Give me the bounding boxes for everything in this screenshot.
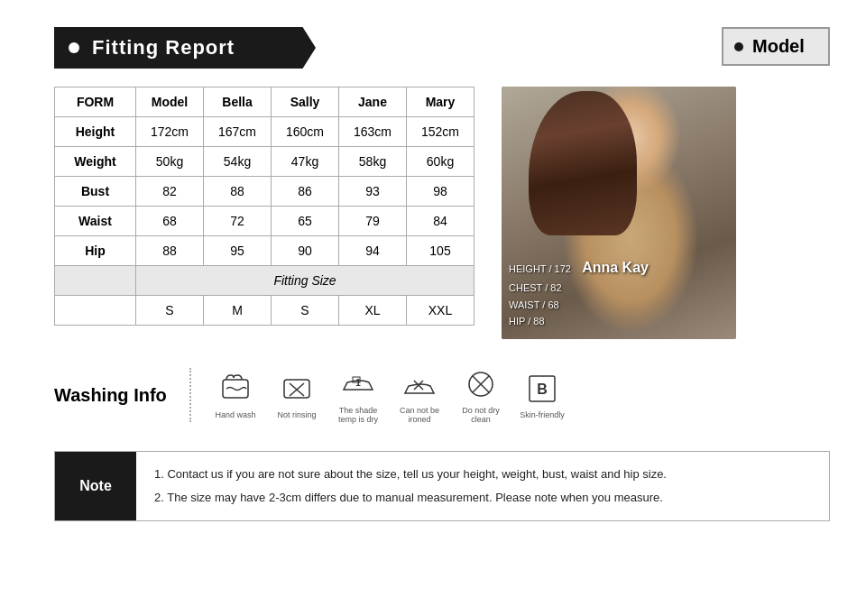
wash-icon-label-4: Do not dry clean [455,406,507,424]
waist-value: 68 [548,299,558,310]
dotted-divider [189,368,191,422]
row-label: Hip [55,236,136,266]
table-cell: 152cm [407,117,474,147]
table-cell: 94 [339,236,407,266]
wash-icon-0: Hand wash [209,371,262,419]
wash-icon-symbol-1 [277,371,317,407]
row-label: Bust [55,177,136,207]
fitting-report-title: Fitting Report [92,36,235,60]
note-label: Note [55,452,136,520]
size-cell: XXL [407,296,474,326]
table-col-header: Jane [339,87,407,117]
waist-label: WAIST / [509,299,545,310]
table-cell: 68 [136,207,204,236]
note-line-1: 2. The size may have 2-3cm differs due t… [154,486,667,510]
model-photo: HEIGHT / 172 Anna Kay CHEST / 82 WAIST /… [502,87,736,339]
wash-icon-4: Do not dry clean [455,366,507,424]
row-label: Height [55,117,136,147]
svg-text:1: 1 [355,378,361,388]
wash-icon-symbol-4 [461,366,501,402]
model-section: HEIGHT / 172 Anna Kay CHEST / 82 WAIST /… [502,87,736,339]
size-cell: M [204,296,272,326]
table-row: Bust8288869398 [55,177,474,207]
wash-icon-3: Can not be ironed [393,366,446,424]
wash-icon-label-0: Hand wash [215,410,255,419]
washing-section: Washing Info Hand wash Not rinsing 1 The… [0,339,866,442]
svg-text:B: B [537,382,548,397]
table-col-header: Bella [204,87,272,117]
table-row: Weight50kg54kg47kg58kg60kg [55,147,474,177]
chest-value: 82 [550,282,561,293]
table-col-header: Model [136,87,204,117]
table-cell: 90 [272,236,339,266]
size-row: SMSXLXXL [55,296,474,326]
table-cell: 88 [204,177,272,207]
table-cell: 86 [272,177,339,207]
size-row-empty-cell [55,296,136,326]
table-cell: 93 [339,177,407,207]
table-col-header: Sally [272,87,339,117]
wash-icon-5: B Skin-friendly [516,371,568,419]
table-cell: 84 [407,207,474,236]
table-row: Height172cm167cm160cm163cm152cm [55,117,474,147]
row-label: Waist [55,207,136,236]
table-row: Hip88959094105 [55,236,474,266]
table-cell: 54kg [204,147,272,177]
table-cell: 105 [407,236,474,266]
table-cell: 60kg [407,147,474,177]
wash-icon-symbol-3 [400,366,439,402]
wash-icon-symbol-5: B [522,371,562,407]
hip-label: HIP / [509,316,530,326]
wash-icon-symbol-2: 1 [338,366,378,402]
header-area: Fitting Report Model [0,0,866,87]
model-name: Anna Kay [582,260,649,275]
height-value: 172 [555,263,571,274]
row-label: Weight [55,147,136,177]
table-cell: 58kg [339,147,407,177]
wash-icon-1: Not rinsing [271,371,323,419]
size-cell: S [136,296,204,326]
wash-icon-label-2: The shade temp is dry [332,406,384,424]
chest-label: CHEST / [509,282,548,293]
wash-icon-symbol-0 [216,371,255,407]
table-cell: 72 [204,207,272,236]
table-cell: 167cm [204,117,272,147]
banner-dot [69,42,79,53]
table-cell: 47kg [272,147,339,177]
wash-icon-2: 1 The shade temp is dry [332,366,384,424]
fitting-size-row: Fitting Size [55,266,474,296]
washing-title: Washing Info [54,385,171,406]
table-cell: 82 [136,177,204,207]
table-cell: 65 [272,207,339,236]
fitting-size-label: Fitting Size [136,266,474,296]
model-banner: Model [722,27,830,66]
wash-icon-label-1: Not rinsing [277,410,316,419]
table-form-header: FORM [55,87,136,117]
table-section: FORMModelBellaSallyJaneMaryHeight172cm16… [54,87,474,339]
table-cell: 50kg [136,147,204,177]
table-cell: 172cm [136,117,204,147]
table-cell: 98 [407,177,474,207]
fitting-report-banner: Fitting Report [54,27,316,69]
size-cell: XL [339,296,407,326]
note-section: Note 1. Contact us if you are not sure a… [54,451,830,521]
table-cell: 88 [136,236,204,266]
wash-icon-label-3: Can not be ironed [393,406,446,424]
note-line-0: 1. Contact us if you are not sure about … [154,463,667,486]
table-cell: 160cm [272,117,339,147]
table-cell: 79 [339,207,407,236]
fitting-table: FORMModelBellaSallyJaneMaryHeight172cm16… [54,87,474,326]
washing-icons: Hand wash Not rinsing 1 The shade temp i… [209,366,568,424]
svg-rect-1 [284,380,309,398]
wash-icon-label-5: Skin-friendly [520,410,565,419]
hip-value: 88 [533,316,544,326]
note-content: 1. Contact us if you are not sure about … [136,452,685,520]
model-dot [734,42,743,51]
main-content: FORMModelBellaSallyJaneMaryHeight172cm16… [0,87,866,339]
model-title: Model [752,36,805,57]
size-cell: S [272,296,339,326]
table-row: Waist6872657984 [55,207,474,236]
table-col-header: Mary [407,87,474,117]
table-cell: 163cm [339,117,407,147]
table-cell: 95 [204,236,272,266]
